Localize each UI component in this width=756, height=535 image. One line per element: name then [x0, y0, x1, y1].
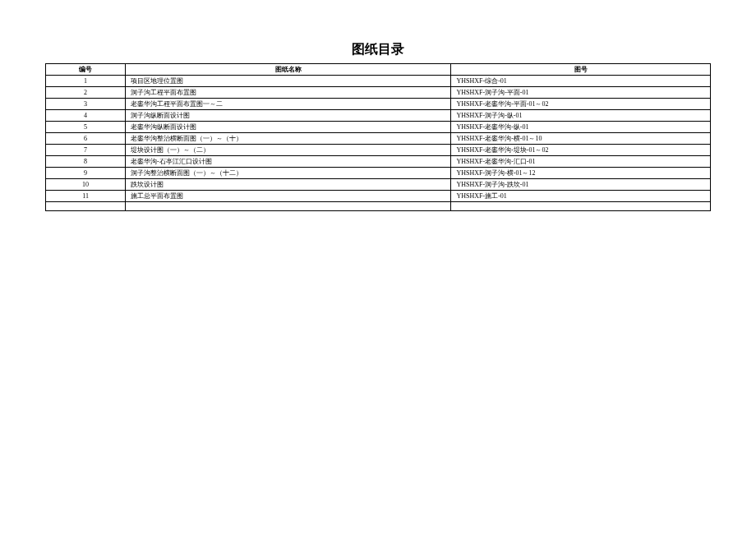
header-name: 图纸名称	[126, 64, 451, 76]
cell-blank	[451, 202, 711, 211]
table-header-row: 编号 图纸名称 图号	[46, 64, 711, 76]
table-row: 1项目区地理位置图YHSHXF-综合-01	[46, 76, 711, 87]
cell-code: YHSHXF-施工-01	[451, 191, 711, 202]
cell-code: YHSHXF-洞子沟-纵-01	[451, 110, 711, 122]
table-row: 11施工总平面布置图YHSHXF-施工-01	[46, 191, 711, 202]
table-row: 4洞子沟纵断面设计图YHSHXF-洞子沟-纵-01	[46, 110, 711, 122]
header-code: 图号	[451, 64, 711, 76]
table-row: 9洞子沟整治横断面图（一）～（十二）YHSHXF-洞子沟-横-01～12	[46, 168, 711, 179]
cell-num: 4	[46, 110, 126, 122]
cell-blank	[126, 202, 451, 211]
cell-num: 9	[46, 168, 126, 179]
cell-num: 10	[46, 179, 126, 191]
header-num: 编号	[46, 64, 126, 76]
cell-name: 老銮华沟-石亭江汇口设计图	[126, 156, 451, 168]
cell-num: 5	[46, 122, 126, 133]
cell-num: 8	[46, 156, 126, 168]
cell-code: YHSHXF-综合-01	[451, 76, 711, 87]
cell-code: YHSHXF-老銮华沟-平面-01～02	[451, 99, 711, 110]
table-row: 10跌坎设计图YHSHXF-洞子沟-跌坎-01	[46, 179, 711, 191]
cell-name: 洞子沟工程平面布置图	[126, 87, 451, 99]
cell-code: YHSHXF-老銮华沟-堤块-01～02	[451, 145, 711, 156]
cell-name: 堤块设计图（一）～（二）	[126, 145, 451, 156]
cell-code: YHSHXF-洞子沟-平面-01	[451, 87, 711, 99]
cell-blank	[46, 202, 126, 211]
table-row: 6老銮华沟整治横断面图（一）～（十）YHSHXF-老銮华沟-横-01～10	[46, 133, 711, 145]
table-row: 5老銮华沟纵断面设计图YHSHXF-老銮华沟-纵-01	[46, 122, 711, 133]
cell-name: 项目区地理位置图	[126, 76, 451, 87]
page-title: 图纸目录	[45, 41, 711, 58]
cell-name: 老銮华沟工程平面布置图一～二	[126, 99, 451, 110]
cell-code: YHSHXF-老銮华沟-汇口-01	[451, 156, 711, 168]
cell-code: YHSHXF-洞子沟-跌坎-01	[451, 179, 711, 191]
table-row: 3老銮华沟工程平面布置图一～二YHSHXF-老銮华沟-平面-01～02	[46, 99, 711, 110]
table-row: 2洞子沟工程平面布置图YHSHXF-洞子沟-平面-01	[46, 87, 711, 99]
table-row: 8老銮华沟-石亭江汇口设计图YHSHXF-老銮华沟-汇口-01	[46, 156, 711, 168]
cell-num: 11	[46, 191, 126, 202]
cell-name: 跌坎设计图	[126, 179, 451, 191]
cell-name: 老銮华沟整治横断面图（一）～（十）	[126, 133, 451, 145]
cell-num: 2	[46, 87, 126, 99]
table-row: 7堤块设计图（一）～（二）YHSHXF-老銮华沟-堤块-01～02	[46, 145, 711, 156]
cell-name: 施工总平面布置图	[126, 191, 451, 202]
table-row-blank	[46, 202, 711, 211]
cell-name: 洞子沟纵断面设计图	[126, 110, 451, 122]
cell-num: 1	[46, 76, 126, 87]
cell-code: YHSHXF-老銮华沟-横-01～10	[451, 133, 711, 145]
cell-num: 3	[46, 99, 126, 110]
drawing-index-table: 编号 图纸名称 图号 1项目区地理位置图YHSHXF-综合-012洞子沟工程平面…	[45, 63, 711, 211]
cell-code: YHSHXF-洞子沟-横-01～12	[451, 168, 711, 179]
cell-num: 6	[46, 133, 126, 145]
cell-name: 洞子沟整治横断面图（一）～（十二）	[126, 168, 451, 179]
cell-num: 7	[46, 145, 126, 156]
cell-code: YHSHXF-老銮华沟-纵-01	[451, 122, 711, 133]
cell-name: 老銮华沟纵断面设计图	[126, 122, 451, 133]
